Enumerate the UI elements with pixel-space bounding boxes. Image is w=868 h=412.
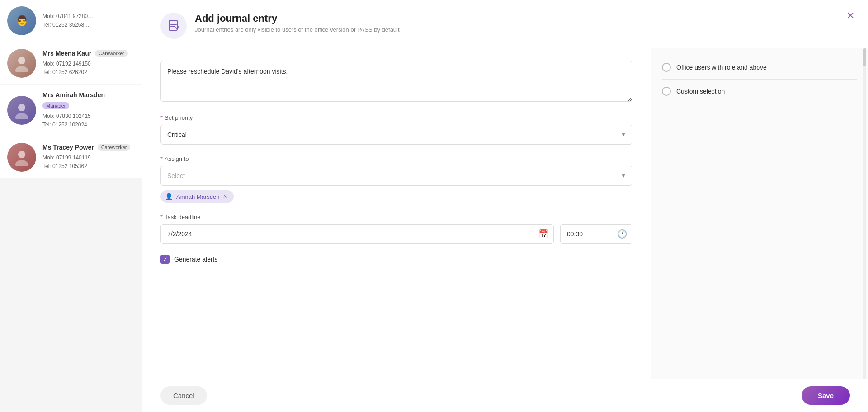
close-button[interactable]: ✕ [846, 11, 854, 21]
modal-right-panel: Office users with role and above Custom … [651, 48, 868, 379]
sidebar-card-amirah[interactable]: Mrs Amirah Marsden Manager Mob: 07830 10… [0, 85, 142, 136]
sidebar-card-info: Mob: 07041 97280…Tel: 01252 35268… [42, 12, 135, 29]
contact-info: Mob: 07041 97280…Tel: 01252 35268… [42, 12, 135, 29]
sidebar-background: 👨 Mob: 07041 97280…Tel: 01252 35268… Mrs… [0, 0, 142, 412]
modal-body: Please reschedule David's afternoon visi… [142, 48, 868, 379]
generate-alerts-section: ✓ Generate alerts [160, 255, 632, 264]
journal-text-section: Please reschedule David's afternoon visi… [160, 61, 632, 103]
sidebar-info-tracey: Ms Tracey Power Careworker Mob: 07199 14… [42, 144, 135, 171]
radio-label-office: Office users with role and above [676, 64, 767, 71]
modal-left-panel: Please reschedule David's afternoon visi… [142, 48, 651, 379]
scrollbar-track [863, 48, 866, 379]
priority-required-star: * [160, 114, 163, 121]
person-icon: 👤 [165, 193, 173, 200]
sidebar-name-tracey: Ms Tracey Power Careworker [42, 144, 135, 151]
svg-point-3 [15, 113, 28, 119]
deadline-required-star: * [160, 214, 163, 220]
sidebar-info-meena: Mrs Meena Kaur Careworker Mob: 07192 149… [42, 50, 135, 77]
generate-alerts-label: Generate alerts [174, 256, 218, 263]
assign-select[interactable]: Select [160, 166, 632, 186]
divider [662, 79, 857, 80]
svg-point-2 [18, 104, 25, 111]
assign-required-star: * [160, 155, 163, 162]
avatar-tracey [7, 143, 36, 172]
svg-point-0 [18, 57, 25, 64]
assign-label: * Assign to [160, 155, 632, 162]
svg-point-5 [15, 160, 28, 166]
modal-subtitle: Journal entries are only visible to user… [195, 26, 850, 33]
sidebar-card-tracey[interactable]: Ms Tracey Power Careworker Mob: 07199 14… [0, 136, 142, 178]
contact-tracey: Mob: 07199 140119 Tel: 01252 105362 [42, 154, 135, 171]
checkmark-icon: ✓ [163, 257, 168, 262]
modal-header: Add journal entry Journal entries are on… [142, 0, 868, 48]
radio-circle-custom [662, 87, 671, 96]
sidebar-card-partial: 👨 Mob: 07041 97280…Tel: 01252 35268… [0, 0, 142, 42]
assign-tag-name: Amirah Marsden [176, 193, 219, 200]
remove-tag-button[interactable]: × [223, 193, 227, 200]
deadline-row: 📅 🕐 [160, 224, 632, 244]
priority-select-wrapper: Low Medium High Critical ▼ [160, 125, 632, 145]
modal-title-area: Add journal entry Journal entries are on… [195, 13, 850, 33]
priority-label: * Set priority [160, 114, 632, 121]
sidebar-info-amirah: Mrs Amirah Marsden Manager Mob: 07830 10… [42, 91, 135, 129]
date-input-wrapper: 📅 [160, 224, 554, 244]
time-input[interactable] [560, 224, 632, 244]
assign-select-wrapper: Select ▼ [160, 166, 632, 186]
contact-amirah: Mob: 07830 102415 Tel: 01252 102024 [42, 112, 135, 129]
sidebar-name-amirah: Mrs Amirah Marsden Manager [42, 91, 135, 109]
date-input[interactable] [160, 224, 554, 244]
modal-title: Add journal entry [195, 13, 850, 24]
deadline-label: * Task deadline [160, 214, 632, 220]
generate-alerts-checkbox[interactable]: ✓ [160, 255, 170, 264]
cancel-button[interactable]: Cancel [160, 386, 207, 405]
radio-option-office-users[interactable]: Office users with role and above [662, 57, 857, 77]
avatar-amirah [7, 96, 36, 125]
modal-add-journal: Add journal entry Journal entries are on… [142, 0, 868, 412]
badge-manager: Manager [42, 102, 69, 109]
assign-tag-amirah: 👤 Amirah Marsden × [160, 190, 234, 203]
sidebar-name-meena: Mrs Meena Kaur Careworker [42, 50, 135, 57]
time-input-wrapper: 🕐 [560, 224, 632, 244]
contact-meena: Mob: 07192 149150 Tel: 01252 626202 [42, 60, 135, 77]
deadline-section: * Task deadline 📅 🕐 [160, 214, 632, 244]
priority-section: * Set priority Low Medium High Critical … [160, 114, 632, 145]
assign-section: * Assign to Select ▼ 👤 Amirah Marsden × [160, 155, 632, 203]
svg-point-1 [15, 66, 28, 72]
journal-icon [160, 13, 187, 39]
radio-label-custom: Custom selection [676, 88, 725, 95]
svg-point-4 [18, 151, 25, 158]
modal-footer: Cancel Save [142, 379, 868, 412]
badge-careworker: Careworker [95, 50, 128, 57]
radio-circle-office [662, 63, 671, 72]
scrollbar-thumb [863, 48, 866, 66]
avatar-meena [7, 49, 36, 78]
radio-option-custom[interactable]: Custom selection [662, 81, 857, 101]
sidebar-card-meena[interactable]: Mrs Meena Kaur Careworker Mob: 07192 149… [0, 42, 142, 84]
save-button[interactable]: Save [802, 386, 850, 405]
badge-careworker-2: Careworker [98, 144, 131, 151]
journal-textarea[interactable]: Please reschedule David's afternoon visi… [160, 61, 632, 102]
avatar: 👨 [7, 6, 36, 35]
priority-select[interactable]: Low Medium High Critical [160, 125, 632, 145]
